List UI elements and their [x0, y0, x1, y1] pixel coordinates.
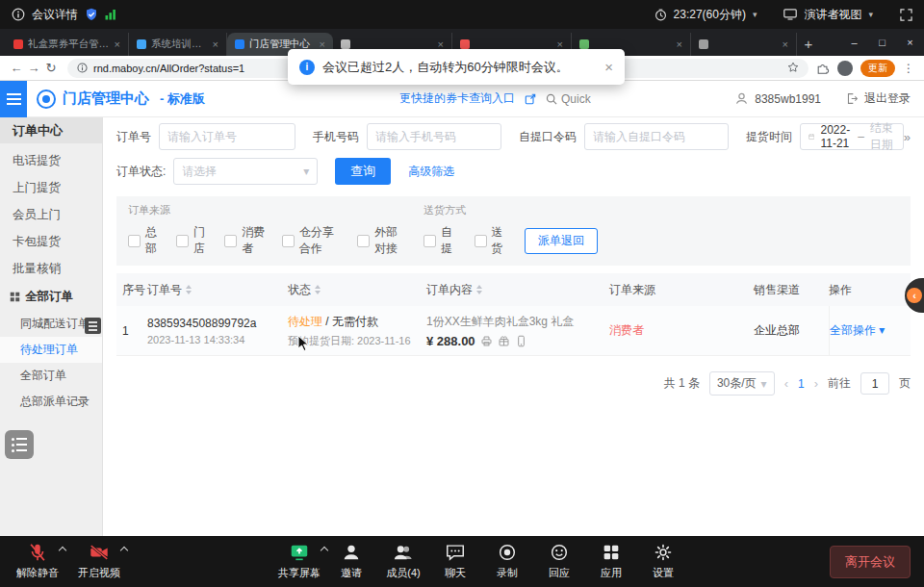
logout-button[interactable]: 退出登录	[864, 90, 911, 107]
record-button[interactable]: 录制	[481, 542, 533, 580]
panel-toggle-arrow-icon[interactable]: ‹	[907, 288, 922, 303]
sort-icon[interactable]	[476, 285, 482, 294]
sidebar-collapse-handle[interactable]	[85, 318, 101, 334]
order-status-select[interactable]: 请选择 ▾	[173, 158, 318, 185]
view-caret-icon[interactable]: ▾	[868, 10, 873, 19]
pickup-code-input[interactable]	[584, 123, 729, 150]
sidebar-item-phone-pickup[interactable]: 电话提货	[0, 147, 102, 174]
col-order-no[interactable]: 订单号	[147, 282, 288, 298]
goto-page-input[interactable]	[860, 372, 889, 395]
checkbox-icon[interactable]	[128, 235, 141, 247]
sidebar-item-all-orders[interactable]: 全部订单	[0, 363, 102, 389]
browser-tab[interactable]: ×	[691, 33, 797, 56]
settings-button[interactable]: 设置	[637, 542, 689, 580]
start-date-value[interactable]: 2022-11-21	[820, 123, 852, 150]
prev-page-icon[interactable]: ‹	[784, 376, 788, 391]
checkbox-hq[interactable]: 总部	[128, 224, 160, 257]
tab-close-icon[interactable]: ×	[783, 38, 788, 50]
share-screen-button[interactable]: 共享屏幕	[273, 542, 325, 580]
maximize-icon[interactable]: □	[868, 29, 896, 56]
sidebar-item-hq-dispatch-log[interactable]: 总部派单记录	[0, 389, 102, 415]
collapse-filters-icon[interactable]: »	[904, 130, 911, 144]
next-page-icon[interactable]: ›	[814, 376, 818, 391]
checkbox-icon[interactable]	[424, 235, 436, 247]
forward-icon[interactable]: →	[25, 61, 42, 75]
sort-icon[interactable]	[315, 285, 321, 294]
back-icon[interactable]: ←	[8, 61, 25, 75]
checkbox-external[interactable]: 外部对接	[357, 224, 407, 257]
checkbox-icon[interactable]	[475, 235, 487, 247]
tab-close-icon[interactable]: ×	[677, 38, 682, 50]
unmute-button[interactable]: 解除静音	[12, 542, 64, 580]
chat-button[interactable]: 聊天	[429, 542, 481, 580]
sidebar-item-door-pickup[interactable]: 上门提货	[0, 174, 102, 201]
minimize-icon[interactable]: –	[840, 29, 868, 56]
username[interactable]: 8385wb1991	[755, 92, 821, 106]
sidebar-group-all-orders[interactable]: 全部订单	[0, 282, 102, 311]
dispatch-return-button[interactable]: 派单退回	[525, 228, 598, 254]
leave-meeting-button[interactable]: 离开会议	[830, 546, 911, 578]
checkbox-icon[interactable]	[224, 235, 237, 247]
all-actions-dropdown[interactable]: 全部操作 ▾	[830, 322, 885, 339]
sidebar-item-member-visit[interactable]: 会员上门	[0, 201, 102, 228]
window-close-icon[interactable]: ×	[896, 29, 924, 56]
checkbox-icon[interactable]	[357, 235, 370, 247]
tab-close-icon[interactable]: ×	[115, 38, 120, 50]
invite-button[interactable]: 邀请	[325, 542, 377, 580]
reactions-button[interactable]: 回应	[533, 542, 585, 580]
checkbox-icon[interactable]	[176, 235, 189, 247]
checkbox-warehouse-coop[interactable]: 仓分享合作	[282, 224, 341, 257]
checkbox-self-pickup[interactable]: 自提	[424, 224, 458, 257]
checkbox-icon[interactable]	[282, 235, 295, 247]
toast-close-icon[interactable]: ×	[604, 59, 613, 75]
phone-icon[interactable]	[515, 335, 527, 347]
checkbox-consumer[interactable]: 消费者	[224, 224, 266, 257]
sidebar-item-pending-orders[interactable]: 待处理订单	[0, 337, 102, 363]
apps-button[interactable]: 应用	[585, 542, 637, 580]
bookmark-star-icon[interactable]	[787, 62, 799, 75]
sidebar-item-batch-verify[interactable]: 批量核销	[0, 255, 102, 282]
date-range-picker[interactable]: 2022-11-21 – 结束日期	[800, 123, 904, 150]
video-options-caret-icon[interactable]	[120, 547, 128, 554]
hamburger-menu-icon[interactable]	[0, 81, 27, 117]
timer-caret-icon[interactable]: ▾	[753, 10, 757, 19]
meeting-details-label[interactable]: 会议详情	[32, 7, 78, 23]
browser-tab[interactable]: 系统培训学习 ×	[129, 33, 227, 56]
signal-icon[interactable]	[105, 9, 116, 20]
mic-options-caret-icon[interactable]	[59, 547, 66, 554]
annotation-tools-widget[interactable]	[5, 430, 34, 459]
tab-close-icon[interactable]: ×	[213, 38, 218, 50]
checkbox-store[interactable]: 门店	[176, 224, 208, 257]
phone-input[interactable]	[367, 123, 501, 150]
browser-tab[interactable]: 礼盒票券平台管理中心 ×	[6, 33, 129, 56]
reload-icon[interactable]: ↻	[42, 61, 60, 75]
browser-menu-icon[interactable]: ⋮	[903, 62, 914, 75]
current-page[interactable]: 1	[798, 377, 805, 391]
sidebar-item-card-pickup[interactable]: 卡包提货	[0, 228, 102, 255]
end-date-placeholder[interactable]: 结束日期	[870, 120, 895, 153]
col-content[interactable]: 订单内容	[426, 282, 609, 298]
profile-avatar[interactable]	[837, 61, 853, 76]
new-tab-button[interactable]: +	[797, 33, 820, 56]
quick-link[interactable]: Quick	[546, 92, 591, 106]
start-video-button[interactable]: 开启视频	[73, 542, 125, 580]
page-size-select[interactable]: 30条/页 ▾	[709, 371, 775, 396]
view-mode-label[interactable]: 演讲者视图	[804, 7, 861, 23]
members-button[interactable]: 成员(4)	[377, 542, 429, 580]
browser-update-button[interactable]: 更新	[860, 60, 895, 77]
printer-icon[interactable]	[480, 335, 493, 347]
search-button[interactable]: 查询	[335, 158, 391, 185]
quick-entry-link[interactable]: 更快捷的券卡查询入口	[399, 90, 515, 107]
extensions-puzzle-icon[interactable]	[816, 62, 830, 75]
gift-icon[interactable]	[498, 335, 510, 347]
col-status[interactable]: 状态	[288, 282, 426, 298]
sort-icon[interactable]	[186, 285, 192, 294]
order-no-input[interactable]	[159, 123, 295, 150]
checkbox-delivery[interactable]: 送货	[475, 224, 509, 257]
table-row[interactable]: 1 8385934508899792a 2023-11-13 14:33:34 …	[116, 306, 911, 356]
site-info-icon[interactable]	[77, 63, 88, 73]
shield-icon[interactable]	[85, 8, 98, 21]
fullscreen-icon[interactable]	[900, 9, 912, 21]
external-link-icon[interactable]	[525, 93, 536, 105]
advanced-filter-link[interactable]: 高级筛选	[408, 164, 454, 180]
